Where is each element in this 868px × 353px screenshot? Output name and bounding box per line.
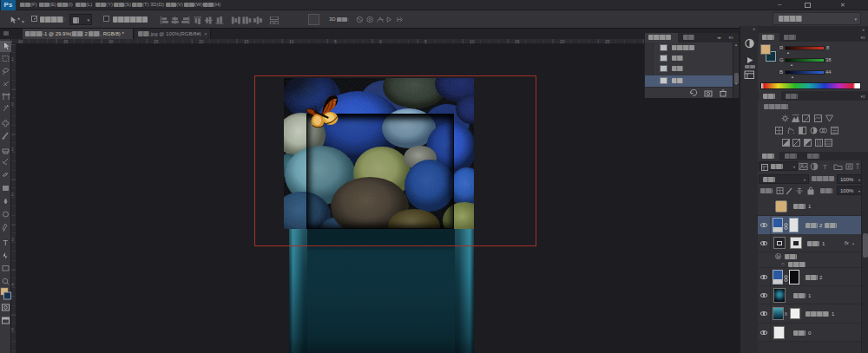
svg-text:T: T bbox=[3, 239, 9, 247]
svg-text:T: T bbox=[823, 163, 827, 171]
svg-text:fx: fx bbox=[777, 254, 780, 259]
